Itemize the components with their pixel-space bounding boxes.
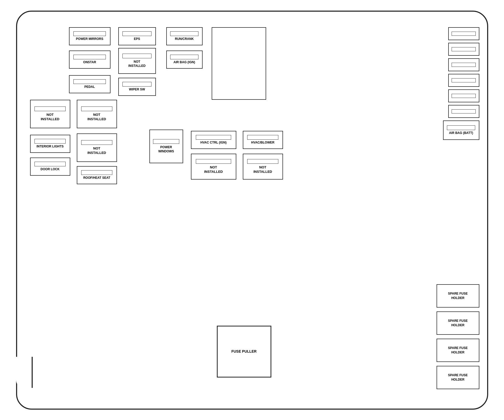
fuse-wiper-sw: WIPER SW [118,78,156,96]
fuse-power-mirrors: POWER MIRRORS [69,27,111,45]
fuse-right-5 [448,89,479,102]
fuse-spare-3: SPARE FUSEHOLDER [437,339,479,362]
fuse-not-installed-3: NOTINSTALLED [77,100,117,128]
fuse-spare-1: SPARE FUSEHOLDER [437,284,479,308]
fuse-eps: EPS [118,27,156,45]
fuse-not-installed-5: NOTINSTALLED [191,154,236,180]
fuse-right-3 [448,58,479,71]
fuse-not-installed-4: NOTINSTALLED [77,133,117,162]
fuse-not-installed-1: NOTINSTALLED [118,48,156,74]
fuse-right-2 [448,43,479,56]
fuse-box-layout: POWER MIRRORS EPS RUN/CRANK [17,12,487,409]
fuse-large-blank [212,27,266,100]
fuse-air-bag-ign: AIR BAG (IGN) [166,51,203,69]
fuse-spare-4: SPARE FUSEHOLDER [437,366,479,389]
fuse-right-4 [448,74,479,87]
fuse-spare-2: SPARE FUSEHOLDER [437,311,479,335]
fuse-right-6 [448,105,479,118]
fuse-right-1 [448,27,479,40]
fuse-pedal: PEDAL [69,75,111,93]
fuse-onstar: ONSTAR [69,51,111,69]
fuse-hvac-ctrl: HVAC CTRL (IGN) [191,131,236,149]
fuse-run-crank: RUN/CRANK [166,27,203,45]
fuse-interior-lights: INTERIOR LIGHTS [30,135,70,153]
fuse-door-lock: DOOR LOCK [30,158,70,176]
fuse-roof-heat-seat: ROOF/HEAT SEAT [77,166,117,184]
fuse-puller: FUSE PULLER [217,326,271,378]
fuse-power-windows: POWERWINDOWS [149,130,183,163]
fuse-not-installed-6: NOTINSTALLED [243,154,283,180]
fuse-hvac-blower: HVAC/BLOWER [243,131,283,149]
fuse-not-installed-2: NOTINSTALLED [30,100,70,128]
fuse-box-container: POWER MIRRORS EPS RUN/CRANK [16,11,488,410]
fuse-air-bag-batt: AIR BAG (BATT) [443,120,479,140]
